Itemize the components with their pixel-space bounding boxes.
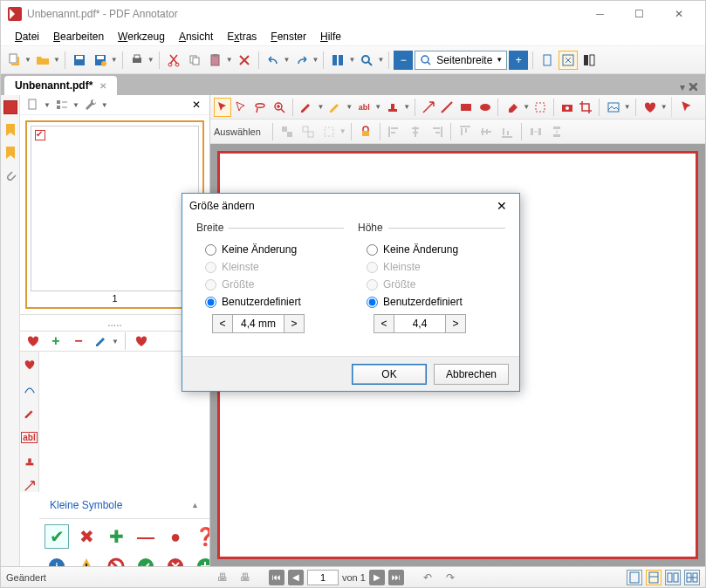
tool-zoom[interactable] bbox=[271, 98, 288, 117]
print-button[interactable] bbox=[127, 51, 147, 70]
sb-view1[interactable] bbox=[627, 570, 642, 585]
sb-next[interactable]: ▶ bbox=[369, 570, 385, 585]
sym-plus[interactable]: ✚ bbox=[104, 524, 128, 549]
sub-lock[interactable] bbox=[356, 122, 375, 141]
width-inc[interactable]: > bbox=[284, 314, 305, 333]
width-dec[interactable]: < bbox=[212, 314, 233, 333]
copy-button[interactable] bbox=[185, 51, 204, 70]
sb-prev[interactable]: ◀ bbox=[288, 570, 304, 585]
redo-button[interactable] bbox=[292, 51, 312, 70]
strip-mark-icon[interactable] bbox=[3, 146, 17, 160]
fav-remove-button[interactable]: − bbox=[69, 332, 88, 351]
menu-ansicht[interactable]: Ansicht bbox=[172, 29, 220, 44]
sb-fwd[interactable]: ↷ bbox=[441, 568, 460, 587]
cat-text-icon[interactable]: abl bbox=[21, 432, 37, 443]
side-tools-button[interactable] bbox=[81, 95, 100, 114]
sub-dist-h[interactable] bbox=[526, 122, 545, 141]
width-opt-nochange[interactable]: Keine Änderung bbox=[196, 241, 344, 258]
open-button[interactable] bbox=[33, 51, 52, 70]
sym-x[interactable]: ✖ bbox=[74, 524, 99, 549]
tool-image[interactable] bbox=[604, 98, 623, 117]
dialog-ok-button[interactable]: OK bbox=[352, 364, 427, 385]
sb-print2[interactable]: 🖶 bbox=[236, 568, 255, 587]
maximize-button[interactable]: ☐ bbox=[620, 2, 659, 26]
tab-close-button[interactable]: ✕ bbox=[99, 81, 106, 91]
side-close-button[interactable]: ✕ bbox=[187, 95, 206, 114]
tool-crop[interactable] bbox=[577, 98, 594, 117]
sb-print[interactable]: 🖶 bbox=[213, 568, 232, 587]
tool-erase[interactable] bbox=[503, 98, 522, 117]
sub-group2[interactable] bbox=[298, 122, 318, 141]
dialog-cancel-button[interactable]: Abbrechen bbox=[434, 364, 509, 385]
tool-text[interactable]: abl bbox=[354, 98, 374, 117]
fav-edit-button[interactable] bbox=[92, 332, 111, 351]
sym-minus[interactable]: — bbox=[134, 524, 158, 549]
tool-rect[interactable] bbox=[457, 98, 475, 117]
tool-snapshot[interactable] bbox=[559, 98, 576, 117]
sym-question[interactable]: ❓ bbox=[193, 524, 209, 549]
tabrow-menu[interactable]: ▾ 🗙 bbox=[676, 79, 702, 95]
sub-align-2[interactable] bbox=[406, 122, 425, 141]
sb-page-input[interactable] bbox=[307, 570, 339, 585]
tool-ellipse[interactable] bbox=[476, 98, 494, 117]
cat-pencil-icon[interactable] bbox=[24, 407, 36, 420]
cat-arrow-icon[interactable] bbox=[24, 480, 36, 492]
menu-datei[interactable]: Datei bbox=[8, 29, 46, 44]
height-opt-nochange[interactable]: Keine Änderung bbox=[358, 241, 505, 258]
fav-heart-button[interactable] bbox=[24, 332, 43, 351]
sb-view2[interactable] bbox=[646, 570, 661, 585]
strip-bookmark-icon[interactable] bbox=[3, 123, 17, 137]
search-button[interactable] bbox=[357, 51, 376, 70]
sb-view4[interactable] bbox=[684, 570, 700, 585]
fav-add-button[interactable]: + bbox=[46, 332, 65, 351]
side-view-button[interactable] bbox=[52, 95, 72, 114]
tool-arrow[interactable] bbox=[420, 98, 437, 117]
layout-two-button[interactable] bbox=[579, 51, 599, 70]
paste-button[interactable] bbox=[206, 51, 225, 70]
sub-align-4[interactable] bbox=[456, 122, 475, 141]
tool-erase-area[interactable] bbox=[531, 98, 549, 117]
sym-dot[interactable]: ● bbox=[163, 524, 188, 549]
height-opt-custom[interactable]: Benutzerdefiniert bbox=[358, 293, 505, 311]
tool-lasso[interactable] bbox=[251, 98, 269, 117]
cat-stamp-icon[interactable] bbox=[24, 455, 36, 468]
menu-bearbeiten[interactable]: Bearbeiten bbox=[46, 29, 111, 44]
width-value[interactable] bbox=[233, 314, 284, 333]
cat-fav-icon[interactable] bbox=[24, 359, 36, 371]
menu-extras[interactable]: Extras bbox=[220, 29, 264, 44]
sb-last[interactable]: ⏭ bbox=[388, 570, 404, 585]
tool-line[interactable] bbox=[439, 98, 456, 117]
sub-align-6[interactable] bbox=[497, 122, 517, 141]
page-thumbnail[interactable]: 1 bbox=[25, 120, 204, 309]
sub-group3[interactable] bbox=[319, 122, 339, 141]
tool-select-text[interactable] bbox=[233, 98, 250, 117]
tool-favorite[interactable] bbox=[641, 98, 660, 117]
sb-view3[interactable] bbox=[665, 570, 681, 585]
tool-select[interactable] bbox=[214, 98, 231, 117]
cut-button[interactable] bbox=[164, 51, 183, 70]
side-new-page-button[interactable] bbox=[24, 95, 43, 114]
new-doc-button[interactable] bbox=[4, 51, 24, 70]
tool-stamp[interactable] bbox=[383, 98, 402, 117]
document-tab[interactable]: Unbenannt.pdf* ✕ bbox=[4, 76, 117, 95]
strip-pages-icon[interactable] bbox=[3, 100, 17, 114]
dialog-close-button[interactable]: ✕ bbox=[491, 195, 512, 216]
menu-werkzeug[interactable]: Werkzeug bbox=[111, 29, 172, 44]
thumb-checkbox[interactable] bbox=[35, 130, 45, 140]
save-button[interactable] bbox=[70, 51, 89, 70]
tool-pen[interactable] bbox=[297, 98, 316, 117]
sub-group1[interactable] bbox=[278, 122, 297, 141]
minimize-button[interactable]: ─ bbox=[580, 2, 620, 26]
close-button[interactable]: ✕ bbox=[659, 2, 698, 26]
layout-full-button[interactable] bbox=[559, 51, 578, 70]
cat-pen-icon[interactable] bbox=[24, 383, 36, 395]
height-inc[interactable]: > bbox=[445, 314, 466, 333]
sub-align-1[interactable] bbox=[385, 122, 404, 141]
find-button[interactable] bbox=[328, 51, 347, 70]
height-value[interactable] bbox=[394, 314, 445, 333]
sub-align-3[interactable] bbox=[427, 122, 446, 141]
layout-single-button[interactable] bbox=[538, 51, 557, 70]
panel-label[interactable]: Kleine Symbole ▲ bbox=[39, 492, 209, 519]
menu-fenster[interactable]: Fenster bbox=[264, 29, 313, 44]
tool-highlight[interactable] bbox=[326, 98, 345, 117]
